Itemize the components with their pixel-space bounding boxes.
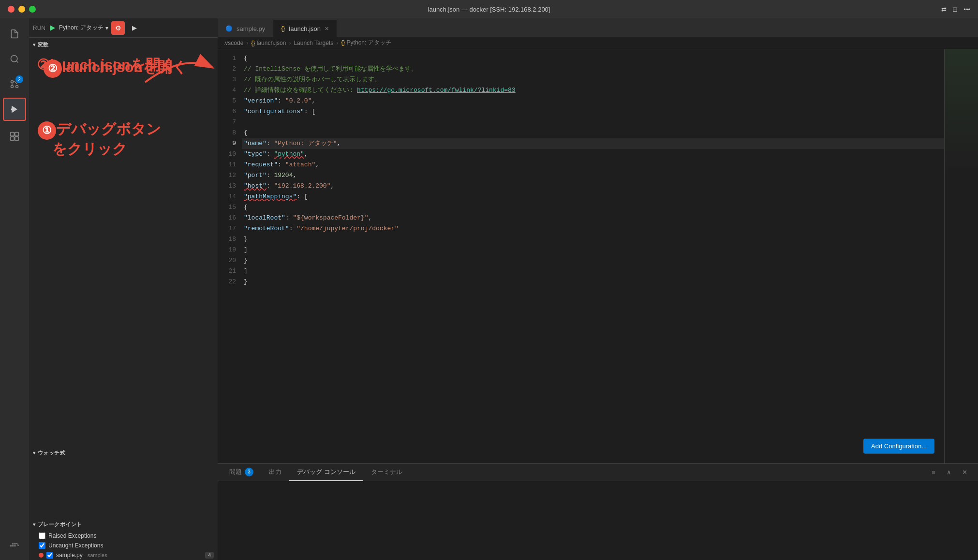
sample-py-sublabel: samples xyxy=(88,552,107,558)
svg-rect-17 xyxy=(12,543,14,545)
watch-chevron-icon: ▾ xyxy=(33,450,36,456)
panel-tabs: 問題 3 出力 デバッグ コンソール ターミナル ≡ ∧ xyxy=(218,464,978,481)
uncaught-exceptions-checkbox[interactable] xyxy=(39,542,45,549)
launch-json-close-icon[interactable]: ✕ xyxy=(325,26,329,32)
problems-badge: 3 xyxy=(245,468,253,476)
svg-point-2 xyxy=(16,86,18,88)
line-num-21: 21 xyxy=(218,266,236,277)
code-line-10: "type": "python", xyxy=(242,149,944,160)
line-num-11: 11 xyxy=(218,160,236,170)
close-button[interactable] xyxy=(8,6,15,13)
line-num-17: 17 xyxy=(218,223,236,234)
tab-launch-json[interactable]: {} launch.json ✕ xyxy=(273,20,337,37)
raised-exceptions-checkbox[interactable] xyxy=(39,532,45,539)
line-num-19: 19 xyxy=(218,245,236,255)
config-dropdown[interactable]: Python: アタッチ ▾ xyxy=(59,24,108,32)
variables-header[interactable]: ▾ 変数 xyxy=(29,38,218,51)
run-config-button[interactable]: ▶ xyxy=(128,21,141,35)
code-editor[interactable]: 1 2 3 4 5 6 7 8 9 10 11 12 13 14 15 16 1 xyxy=(218,49,978,463)
breakpoint-raised-exceptions: Raised Exceptions xyxy=(29,531,218,541)
code-line-22: } xyxy=(242,277,944,287)
gear-button[interactable]: ⚙ xyxy=(111,21,125,35)
activity-remote[interactable] xyxy=(3,533,26,556)
breadcrumb-sep-1: › xyxy=(246,40,248,46)
line-num-18: 18 xyxy=(218,234,236,245)
svg-rect-10 xyxy=(15,133,19,136)
code-line-5: "version": "0.2.0", xyxy=(242,96,944,106)
line-num-10: 10 xyxy=(218,149,236,160)
dropdown-chevron-icon: ▾ xyxy=(105,25,108,31)
line-num-4: 4 xyxy=(218,85,236,96)
panel-tab-debug-console[interactable]: デバッグ コンソール xyxy=(289,464,363,481)
line-num-13: 13 xyxy=(218,181,236,192)
breakpoints-label: ブレークポイント xyxy=(38,521,82,528)
breadcrumb-sep-3: › xyxy=(336,40,338,46)
line-num-1: 1 xyxy=(218,53,236,64)
code-line-21: ] xyxy=(242,266,944,277)
code-line-9: "name": "Python: アタッチ", xyxy=(242,138,944,149)
svg-point-3 xyxy=(11,81,14,83)
layout-icon[interactable]: ⊡ xyxy=(952,6,958,13)
code-line-1: { xyxy=(242,53,944,64)
launch-json-tab-label: launch.json xyxy=(289,25,321,32)
breadcrumb-sep-2: › xyxy=(289,40,291,46)
line-numbers: 1 2 3 4 5 6 7 8 9 10 11 12 13 14 15 16 1 xyxy=(218,49,242,463)
activity-bar: 2 xyxy=(0,18,29,560)
raised-exceptions-label: Raised Exceptions xyxy=(48,532,96,539)
code-line-12: "port": 19204, xyxy=(242,170,944,181)
code-line-4: // 詳細情報は次を確認してください: https://go.microsoft… xyxy=(242,85,944,96)
activity-search[interactable] xyxy=(3,47,26,71)
line-num-12: 12 xyxy=(218,170,236,181)
activity-debug[interactable] xyxy=(3,98,26,121)
code-line-16: "localRoot": "${workspaceFolder}", xyxy=(242,213,944,223)
activity-extensions[interactable] xyxy=(3,125,26,148)
more-actions-icon[interactable]: ••• xyxy=(963,6,970,13)
breakpoint-uncaught-exceptions: Uncaught Exceptions xyxy=(29,541,218,550)
panel-close-icon[interactable]: ✕ xyxy=(959,467,970,478)
code-line-13: "host": "192.168.2.200", xyxy=(242,181,944,192)
watch-header[interactable]: ▾ ウォッチ式 xyxy=(29,446,218,459)
launch-json-tab-icon: {} xyxy=(281,25,285,32)
line-num-14: 14 xyxy=(218,192,236,202)
activity-explorer[interactable] xyxy=(3,22,26,45)
watch-label: ウォッチ式 xyxy=(38,449,66,457)
svg-point-0 xyxy=(11,56,17,62)
line-num-6: 6 xyxy=(218,106,236,117)
title-bar-actions: ⇄ ⊡ ••• xyxy=(941,6,970,13)
variables-section: ▾ 変数 xyxy=(29,38,218,51)
minimize-button[interactable] xyxy=(18,6,25,13)
svg-point-4 xyxy=(11,86,14,88)
svg-rect-9 xyxy=(11,133,15,136)
line-num-15: 15 xyxy=(218,202,236,213)
tab-sample-py[interactable]: 🔵 sample.py xyxy=(218,20,273,37)
line-num-9: 9 xyxy=(218,138,236,149)
panel-actions: ≡ ∧ ✕ xyxy=(928,467,974,478)
maximize-button[interactable] xyxy=(29,6,36,13)
split-editor-icon[interactable]: ⇄ xyxy=(941,6,947,13)
svg-rect-11 xyxy=(11,137,15,141)
panel-tab-terminal[interactable]: ターミナル xyxy=(363,464,410,481)
svg-rect-14 xyxy=(12,545,14,546)
play-button[interactable] xyxy=(48,24,56,32)
sample-py-checkbox[interactable] xyxy=(46,552,53,559)
sidebar: RUN Python: アタッチ ▾ ⚙ ▶ ▾ 変数 ②launch.json… xyxy=(29,18,218,560)
panel-tab-output[interactable]: 出力 xyxy=(261,464,289,481)
breadcrumb: .vscode › {} launch.json › Launch Target… xyxy=(218,37,978,49)
svg-marker-19 xyxy=(50,25,55,31)
title-bar: launch.json — docker [SSH: 192.168.2.200… xyxy=(0,0,978,18)
panel-filter-icon[interactable]: ≡ xyxy=(928,467,939,478)
code-line-14: "pathMappings": [ xyxy=(242,192,944,202)
line-num-8: 8 xyxy=(218,128,236,138)
breadcrumb-launch-json: {} launch.json xyxy=(251,40,286,46)
code-line-15: { xyxy=(242,202,944,213)
minimap-content xyxy=(945,49,978,463)
panel-tab-problems[interactable]: 問題 3 xyxy=(222,464,261,481)
code-line-8: { xyxy=(242,128,944,138)
code-line-3: // 既存の属性の説明をホバーして表示します。 xyxy=(242,74,944,85)
panel-collapse-icon[interactable]: ∧ xyxy=(943,467,955,478)
breakpoints-header[interactable]: ▾ ブレークポイント xyxy=(29,517,218,531)
panel-content xyxy=(218,481,978,560)
activity-source-control[interactable]: 2 xyxy=(3,73,26,96)
line-num-3: 3 xyxy=(218,74,236,85)
add-configuration-button[interactable]: Add Configuration... xyxy=(863,439,934,454)
